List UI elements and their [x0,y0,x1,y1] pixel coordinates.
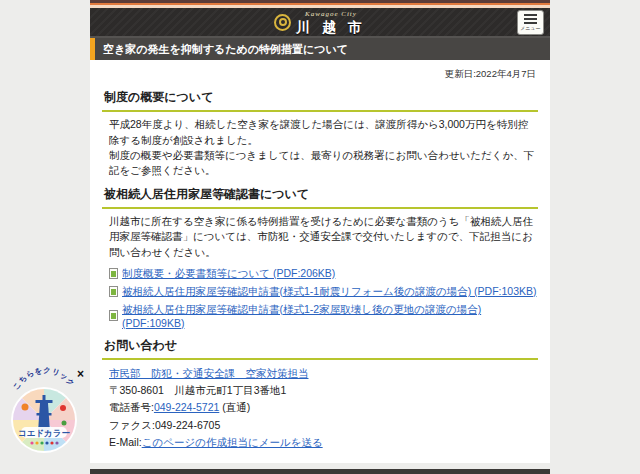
page-column: Kawagoe City 川 越 市 メニュー 空き家の発生を抑制するための特例… [90,0,550,474]
logo-subtitle: Kawagoe City [296,11,366,18]
pdf-link-overview[interactable]: 制度概要・必要書類等について (PDF:206KB) [122,267,335,281]
decorative-top-stripes [90,0,550,8]
pdf-link-form-1-1[interactable]: 被相続人居住用家屋等確認申請書(様式1-1耐震リフォーム後の譲渡の場合) (PD… [122,285,537,299]
contact-department-link[interactable]: 市民部 防犯・交通安全課 空家対策担当 [109,367,309,379]
paragraph: 川越市に所在する空き家に係る特例措置を受けるために必要な書類のうち「被相続人居住… [109,214,536,260]
section-divider [102,207,538,209]
logo-title: 川 越 市 [296,20,366,34]
section-heading-contact: お問い合わせ [104,337,538,354]
paragraph: 制度の概要や必要書類等につきましては、最寄りの税務署にお問い合わせいただくか、下… [109,148,536,178]
site-header: Kawagoe City 川 越 市 メニュー [90,8,550,38]
badge-name: コエドカラー [18,428,70,438]
pdf-link-row: 被相続人居住用家屋等確認申請書(様式1-1耐震リフォーム後の譲渡の場合) (PD… [109,285,538,299]
koedo-color-banner[interactable]: こちらをクリック コエドカラー × [4,362,86,460]
page-title: 空き家の発生を抑制するための特例措置について [90,38,550,60]
site-logo[interactable]: Kawagoe City 川 越 市 [274,11,366,34]
paragraph: 平成28年度より、相続した空き家を譲渡した場合には、譲渡所得から3,000万円を… [109,117,536,147]
main-content: 更新日:2022年4月7日 制度の概要について 平成28年度より、相続した空き家… [90,60,550,463]
contact-email-line: E-Mail:このページの作成担当にメールを送る [109,434,538,451]
contact-block: 市民部 防犯・交通安全課 空家対策担当 〒350-8601 川越市元町1丁目3番… [102,365,538,452]
email-label: E-Mail: [109,436,142,448]
koedo-color-logo: こちらをクリック コエドカラー [4,362,86,460]
city-emblem-icon [274,14,291,31]
pdf-link-row: 制度概要・必要書類等について (PDF:206KB) [109,267,538,281]
hamburger-icon [524,14,537,24]
pdf-link-row: 被相続人居住用家屋等確認申請書(様式1-2家屋取壊し後の更地の譲渡の場合) (P… [109,303,538,329]
pdf-file-icon [109,310,118,321]
close-icon[interactable]: × [77,368,84,380]
section-divider [102,110,538,112]
contact-address: 〒350-8601 川越市元町1丁目3番地1 [109,382,538,399]
contact-phone-line: 電話番号:049-224-5721 (直通) [109,399,538,416]
section-divider [102,358,538,360]
pdf-file-icon [109,286,118,297]
updated-date: 更新日:2022年4月7日 [102,68,536,81]
pdf-link-form-1-2[interactable]: 被相続人居住用家屋等確認申請書(様式1-2家屋取壊し後の更地の譲渡の場合) (P… [122,303,538,329]
email-link[interactable]: このページの作成担当にメールを送る [142,436,323,448]
menu-button-label: メニュー [520,26,540,31]
phone-label: 電話番号: [109,401,154,413]
section-body-overview: 平成28年度より、相続した空き家を譲渡した場合には、譲渡所得から3,000万円を… [102,117,538,178]
pdf-file-icon [109,268,118,279]
section-heading-overview: 制度の概要について [104,89,538,106]
phone-suffix: (直通) [222,401,250,413]
section-body-certificate: 川越市に所在する空き家に係る特例措置を受けるために必要な書類のうち「被相続人居住… [102,214,538,260]
phone-number-link[interactable]: 049-224-5721 [154,401,219,413]
section-heading-certificate: 被相続人居住用家屋等確認書について [104,186,538,203]
contact-fax: ファクス:049-224-6705 [109,417,538,434]
menu-button[interactable]: メニュー [517,10,544,35]
footer-office-title: 川越市役所 [90,469,550,474]
pdf-link-list: 制度概要・必要書類等について (PDF:206KB) 被相続人居住用家屋等確認申… [102,267,538,329]
